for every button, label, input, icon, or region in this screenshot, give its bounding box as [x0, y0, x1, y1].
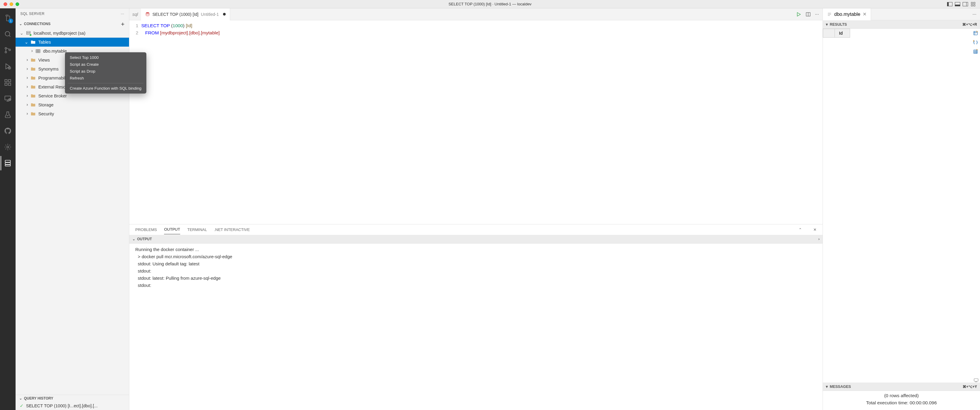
close-icon[interactable]: ✕: [863, 11, 867, 17]
svg-rect-3: [955, 5, 960, 6]
extensions-icon[interactable]: [1, 75, 15, 90]
results-tab[interactable]: dbo.mytable ✕: [823, 8, 871, 20]
more-actions-icon[interactable]: ···: [972, 12, 977, 17]
output-section-header[interactable]: ⌄ OUTPUT ›: [129, 235, 822, 244]
feedback-icon[interactable]: [974, 378, 979, 383]
column-header-id[interactable]: Id: [835, 29, 850, 38]
results-group: dbo.mytable ✕ ··· ▾ RESULTS ⌘+⌥+R Id: [823, 8, 980, 410]
folder-icon: [30, 66, 36, 72]
chevron-down-icon: ⌄: [132, 237, 135, 241]
split-editor-icon[interactable]: [805, 12, 811, 17]
svg-rect-6: [971, 2, 973, 3]
chevron-right-icon: ⌄: [24, 67, 29, 71]
run-query-icon[interactable]: [796, 12, 801, 17]
close-window-button[interactable]: [3, 2, 7, 6]
svg-rect-8: [971, 5, 973, 6]
minimize-window-button[interactable]: [10, 2, 13, 6]
chevron-right-icon: ⌄: [24, 76, 29, 80]
query-history-item[interactable]: ✓ SELECT TOP (1000) [I...ect].[dbo].[...: [16, 402, 129, 410]
chevron-right-icon: ⌄: [29, 49, 33, 53]
github-icon[interactable]: [1, 124, 15, 138]
svg-rect-24: [5, 165, 10, 166]
tree-label: Storage: [38, 103, 54, 107]
svg-rect-22: [5, 160, 10, 162]
save-excel-icon[interactable]: [973, 49, 978, 54]
testing-icon[interactable]: [1, 108, 15, 122]
run-debug-icon[interactable]: [1, 59, 15, 73]
toggle-panel-icon[interactable]: [954, 2, 961, 6]
explorer-icon[interactable]: 1: [1, 11, 15, 25]
check-icon: ✓: [20, 404, 24, 408]
editor-group: sql SELECT TOP (1000) [Id] Untitled-1 ··…: [129, 8, 823, 410]
sql-server-icon[interactable]: [1, 156, 15, 170]
output-line: > docker pull mcr.microsoft.com/azure-sq…: [135, 253, 816, 260]
query-history-section: ⌄ QUERY HISTORY ✓ SELECT TOP (1000) [I..…: [16, 395, 129, 410]
panel-maximize-icon[interactable]: ⌃: [799, 227, 802, 232]
toggle-secondary-sidebar-icon[interactable]: [962, 2, 969, 6]
query-history-label: QUERY HISTORY: [24, 396, 53, 401]
cm-script-as-drop[interactable]: Script as Drop: [65, 68, 146, 75]
panel-close-icon[interactable]: ✕: [813, 227, 816, 232]
panel-tab-terminal[interactable]: TERMINAL: [188, 225, 207, 234]
folder-icon: [30, 84, 36, 90]
tables-node[interactable]: ⌄ Tables: [16, 38, 129, 47]
source-control-icon[interactable]: [1, 43, 15, 57]
code-content: SELECT TOP (1000) [Id] FROM [mydbproject…: [141, 22, 220, 36]
connection-row[interactable]: ⌄ localhost, mydbproject (sa): [16, 28, 129, 38]
dirty-indicator-icon: [223, 13, 226, 16]
settings-gear-icon[interactable]: [1, 140, 15, 154]
output-line: stdout: Using default tag: latest: [135, 260, 816, 268]
results-body: ▾ RESULTS ⌘+⌥+R Id: [823, 20, 980, 410]
messages-shortcut: ⌘+⌥+Y: [963, 385, 977, 389]
cm-select-top-1000[interactable]: Select Top 1000: [65, 54, 146, 61]
query-history-header[interactable]: ⌄ QUERY HISTORY: [16, 395, 129, 402]
add-connection-icon[interactable]: ＋: [120, 20, 126, 27]
customize-layout-icon[interactable]: [970, 2, 977, 6]
triangle-down-icon: ▾: [826, 22, 828, 27]
chevron-right-icon: ⌄: [24, 112, 29, 116]
toggle-primary-sidebar-icon[interactable]: [947, 2, 953, 6]
chevron-right-icon[interactable]: ›: [818, 237, 819, 241]
more-actions-icon[interactable]: ···: [815, 12, 819, 17]
output-body[interactable]: Running the docker container ... > docke…: [129, 244, 822, 410]
cm-refresh[interactable]: Refresh: [65, 75, 146, 82]
layout-controls: [947, 2, 977, 6]
explorer-badge: 1: [8, 19, 13, 23]
results-grid[interactable]: Id: [823, 28, 971, 383]
security-node[interactable]: ⌄ Security: [16, 109, 129, 118]
database-icon: [145, 12, 150, 17]
connections-label: CONNECTIONS: [24, 22, 51, 26]
connections-section-header[interactable]: ⌄ CONNECTIONS ＋: [16, 19, 129, 28]
maximize-window-button[interactable]: [16, 2, 19, 6]
folder-icon: [30, 102, 36, 108]
save-json-icon[interactable]: [973, 40, 978, 45]
cm-create-azure-function[interactable]: Create Azure Function with SQL binding: [65, 85, 146, 92]
panel-tab-problems[interactable]: PROBLEMS: [135, 225, 157, 234]
panel-tab-dotnet[interactable]: .NET INTERACTIVE: [214, 225, 250, 234]
line-number: 1: [129, 22, 138, 29]
results-side-actions: [971, 28, 980, 383]
output-line: stdout: latest: Pulling from azure-sql-e…: [135, 275, 816, 282]
tree-label: dbo.mytable: [43, 49, 67, 54]
chevron-right-icon: ⌄: [24, 103, 29, 107]
panel-tab-output[interactable]: OUTPUT: [164, 225, 180, 234]
results-section-header[interactable]: ▾ RESULTS ⌘+⌥+R: [823, 20, 980, 28]
context-menu: Select Top 1000 Script as Create Script …: [65, 52, 146, 93]
editor-tab[interactable]: SELECT TOP (1000) [Id] Untitled-1: [141, 8, 230, 20]
svg-point-28: [146, 12, 150, 13]
more-actions-icon[interactable]: ···: [121, 12, 124, 16]
code-editor[interactable]: 1 2 SELECT TOP (1000) [Id] FROM [mydbpro…: [129, 20, 822, 38]
messages-section-header[interactable]: ▾ MESSAGES ⌘+⌥+Y: [823, 383, 980, 391]
svg-rect-9: [974, 5, 975, 6]
traffic-lights: [3, 2, 19, 6]
peeked-tab[interactable]: sql: [129, 12, 141, 17]
svg-point-12: [5, 51, 6, 53]
storage-node[interactable]: ⌄ Storage: [16, 100, 129, 109]
remote-explorer-icon[interactable]: [1, 92, 15, 106]
cm-script-as-create[interactable]: Script as Create: [65, 61, 146, 68]
panel-tabs: PROBLEMS OUTPUT TERMINAL .NET INTERACTIV…: [129, 225, 822, 235]
window-title: SELECT TOP (1000) [Id] · Untitled-1 — lo…: [449, 2, 531, 6]
search-icon[interactable]: [1, 27, 15, 41]
save-csv-icon[interactable]: [973, 30, 978, 36]
editor-tabbar: sql SELECT TOP (1000) [Id] Untitled-1 ··…: [129, 8, 822, 20]
